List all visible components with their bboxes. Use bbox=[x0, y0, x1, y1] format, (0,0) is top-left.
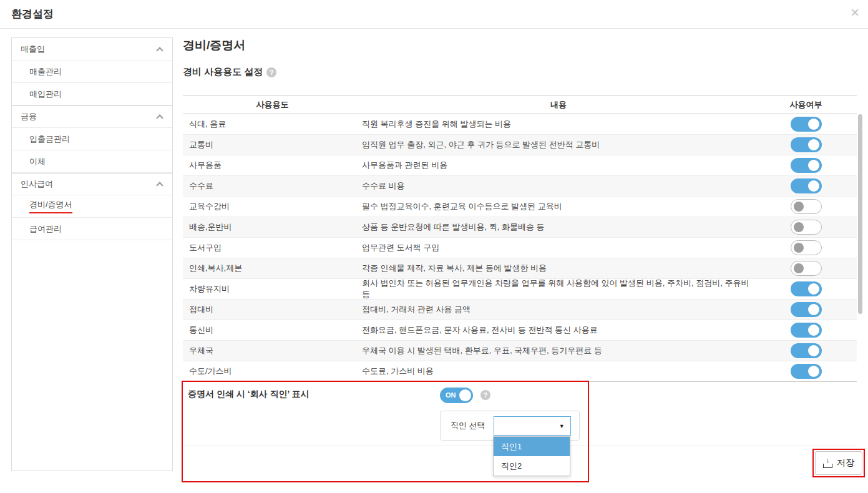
sidebar-item-label: 금융 bbox=[21, 111, 37, 122]
toggle-knob-icon bbox=[808, 304, 819, 315]
sidebar-item-label: 급여관리 bbox=[29, 223, 62, 235]
sidebar-item-label: 인사급여 bbox=[21, 178, 53, 190]
usage-cell: 차량유지비 bbox=[183, 283, 362, 295]
modal-header: 환경설정 × bbox=[0, 0, 868, 29]
toggle-cell bbox=[755, 178, 857, 193]
chevron-up-icon bbox=[156, 182, 163, 188]
table-row: 접대비 접대비, 거래처 관련 사용 금액 bbox=[183, 300, 857, 320]
usage-toggle[interactable] bbox=[791, 117, 822, 132]
toggle-knob-icon bbox=[808, 325, 819, 336]
close-icon[interactable]: × bbox=[851, 2, 859, 22]
usage-cell: 수도/가스비 bbox=[183, 366, 362, 377]
sidebar-item[interactable]: 이체 bbox=[12, 150, 172, 173]
usage-toggle[interactable] bbox=[791, 364, 822, 379]
sidebar-item-label: 매출관리 bbox=[29, 66, 62, 77]
expense-table: 사용용도 내용 사용여부 식대, 음료 직원 복리후생 증진을 위해 발생되는 … bbox=[183, 95, 857, 382]
usage-cell: 접대비 bbox=[183, 304, 362, 315]
toggle-knob-icon bbox=[808, 345, 819, 356]
usage-cell: 배송,운반비 bbox=[183, 222, 362, 233]
dropdown-option[interactable]: 직인2 bbox=[494, 456, 570, 476]
toggle-cell bbox=[755, 302, 857, 317]
usage-toggle[interactable] bbox=[791, 302, 822, 317]
table-row: 배송,운반비 상품 등 운반요청에 따른 발생비용, 퀵, 화물배송 등 bbox=[183, 217, 857, 238]
usage-toggle[interactable] bbox=[791, 261, 822, 276]
sidebar-item[interactable]: 매출입 bbox=[12, 38, 172, 61]
usage-toggle[interactable] bbox=[791, 220, 822, 235]
toggle-knob-icon bbox=[808, 160, 819, 171]
seal-setting-label: 증명서 인쇄 시 ‘회사 직인’ 표시 bbox=[188, 389, 309, 400]
section-header: 경비 사용용도 설정 ? bbox=[183, 66, 276, 78]
description-cell: 수도료, 가스비 비용 bbox=[362, 366, 755, 377]
table-row: 우체국 우체국 이용 시 발생된 택배, 환부료, 우표, 국제우편, 등기우편… bbox=[183, 341, 857, 361]
usage-toggle[interactable] bbox=[791, 240, 822, 255]
description-cell: 임직원 업무 출장, 외근, 야근 후 귀가 등으로 발생된 전반적 교통비 bbox=[362, 139, 755, 150]
seal-print-toggle[interactable]: ON bbox=[440, 388, 473, 403]
seal-dropdown-list: 직인1 직인2 bbox=[493, 436, 570, 476]
usage-toggle[interactable] bbox=[791, 323, 822, 338]
sidebar-item-label: 이체 bbox=[29, 156, 46, 167]
toggle-knob-icon bbox=[794, 222, 804, 232]
description-cell: 사무용품과 관련된 비용 bbox=[362, 160, 755, 171]
sidebar-item[interactable]: 인사급여 bbox=[12, 173, 172, 195]
sidebar-item[interactable]: 급여관리 bbox=[12, 218, 172, 240]
table-row: 사무용품 사무용품과 관련된 비용 bbox=[183, 155, 857, 176]
description-cell: 전화요금, 핸드폰요금, 문자 사용료, 전사비 등 전반적 통신 사용료 bbox=[362, 325, 755, 336]
chevron-down-icon: ▼ bbox=[559, 423, 565, 429]
usage-cell: 교육수강비 bbox=[183, 201, 362, 212]
help-icon[interactable]: ? bbox=[266, 67, 276, 77]
dropdown-option[interactable]: 직인1 bbox=[494, 437, 570, 456]
toggle-cell bbox=[755, 343, 857, 358]
toggle-cell bbox=[755, 281, 857, 296]
toggle-cell bbox=[755, 323, 857, 338]
usage-toggle[interactable] bbox=[791, 343, 822, 358]
table-row: 도서구입 업무관련 도서책 구입 bbox=[183, 238, 857, 258]
toggle-knob-icon bbox=[808, 366, 819, 377]
sidebar-item[interactable]: 매입관리 bbox=[12, 83, 172, 105]
modal-title: 환경설정 bbox=[11, 7, 54, 21]
usage-cell: 도서구입 bbox=[183, 242, 362, 253]
sidebar-item-label: 매출입 bbox=[21, 44, 45, 55]
chevron-up-icon bbox=[156, 114, 163, 121]
column-header-description: 내용 bbox=[362, 99, 755, 110]
usage-cell: 수수료 bbox=[183, 180, 362, 192]
toggle-cell bbox=[755, 220, 857, 235]
usage-toggle[interactable] bbox=[791, 199, 822, 214]
save-button[interactable]: ↓ 저장 bbox=[815, 451, 862, 475]
column-header-usage: 사용용도 bbox=[183, 99, 362, 110]
sidebar: 매출입 매출관리 매입관리 금융 입출금관리 bbox=[11, 37, 173, 471]
settings-modal: 환경설정 × 매출입 매출관리 매입관리 금융 bbox=[0, 0, 868, 493]
usage-toggle[interactable] bbox=[791, 158, 822, 173]
toggle-on-label: ON bbox=[446, 391, 456, 399]
description-cell: 접대비, 거래처 관련 사용 금액 bbox=[362, 304, 755, 315]
expense-table-body: 식대, 음료 직원 복리후생 증진을 위해 발생되는 비용 교통비 임직원 업무… bbox=[183, 114, 857, 382]
toggle-knob-icon bbox=[808, 283, 819, 295]
usage-toggle[interactable] bbox=[791, 137, 822, 152]
sidebar-item-label: 매입관리 bbox=[29, 89, 62, 100]
toggle-cell bbox=[755, 199, 857, 214]
description-cell: 업무관련 도서책 구입 bbox=[362, 242, 755, 253]
annotation-highlight-box: ↓ 저장 bbox=[812, 449, 865, 477]
toggle-cell bbox=[755, 137, 857, 152]
usage-cell: 통신비 bbox=[183, 325, 362, 336]
table-row: 교육수강비 필수 법정교육이수, 훈련교육 이수등으로 발생된 교육비 bbox=[183, 197, 857, 217]
sidebar-item[interactable]: 입출금관리 bbox=[12, 128, 172, 150]
seal-select[interactable]: ▼ bbox=[494, 416, 571, 436]
description-cell: 수수료 비용 bbox=[362, 180, 755, 192]
table-header-row: 사용용도 내용 사용여부 bbox=[183, 95, 857, 114]
sidebar-item[interactable]: 경비/증명서 bbox=[12, 195, 172, 218]
table-scrollbar-thumb[interactable] bbox=[858, 114, 862, 314]
toggle-knob-icon bbox=[808, 180, 819, 192]
usage-cell: 우체국 bbox=[183, 345, 362, 356]
help-icon[interactable]: ? bbox=[480, 390, 490, 400]
column-header-enabled: 사용여부 bbox=[755, 99, 857, 110]
toggle-cell bbox=[755, 261, 857, 276]
usage-toggle[interactable] bbox=[791, 178, 822, 193]
usage-cell: 식대, 음료 bbox=[183, 119, 362, 130]
toggle-knob-icon bbox=[794, 202, 804, 212]
sidebar-item[interactable]: 금융 bbox=[12, 105, 172, 128]
table-row: 수도/가스비 수도료, 가스비 비용 bbox=[183, 361, 857, 382]
sidebar-item[interactable]: 매출관리 bbox=[12, 61, 172, 83]
usage-toggle[interactable] bbox=[791, 281, 822, 296]
description-cell: 직원 복리후생 증진을 위해 발생되는 비용 bbox=[362, 119, 755, 130]
save-icon: ↓ bbox=[823, 459, 832, 468]
